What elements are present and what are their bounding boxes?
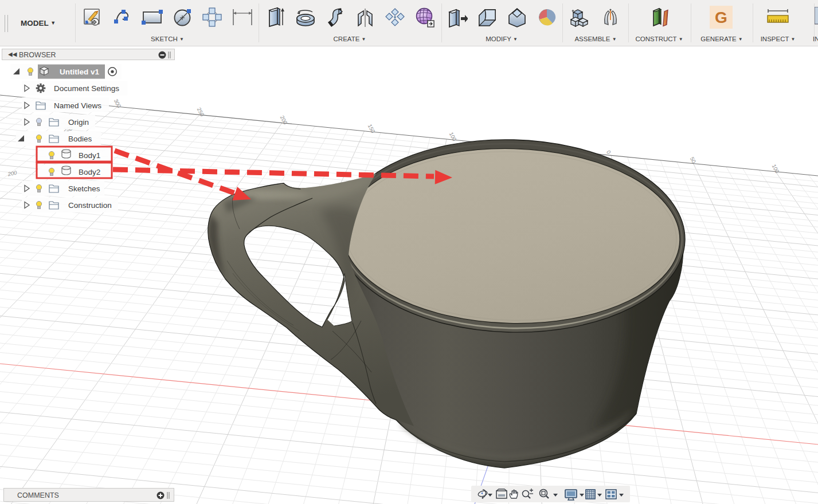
svg-text:G: G — [715, 9, 727, 26]
